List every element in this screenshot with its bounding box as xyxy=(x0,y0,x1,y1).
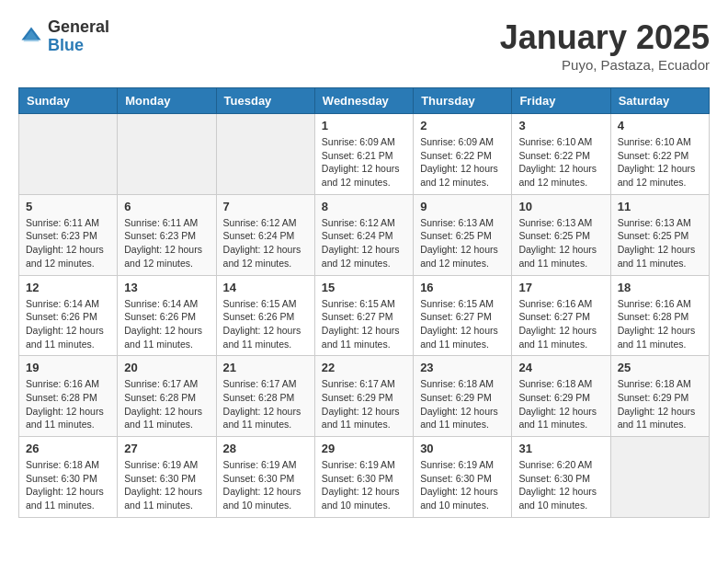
day-number: 4 xyxy=(618,119,702,132)
day-info: Sunrise: 6:13 AM Sunset: 6:25 PM Dayligh… xyxy=(420,216,505,270)
calendar-day-cell: 27Sunrise: 6:19 AM Sunset: 6:30 PM Dayli… xyxy=(118,437,216,518)
day-of-week-header: Friday xyxy=(512,88,610,114)
calendar-day-cell xyxy=(216,114,314,195)
logo-icon xyxy=(18,24,44,50)
day-info: Sunrise: 6:19 AM Sunset: 6:30 PM Dayligh… xyxy=(420,458,505,512)
title-block: January 2025 Puyo, Pastaza, Ecuador xyxy=(500,18,710,73)
calendar-day-cell: 8Sunrise: 6:12 AM Sunset: 6:24 PM Daylig… xyxy=(314,194,413,275)
day-info: Sunrise: 6:13 AM Sunset: 6:25 PM Dayligh… xyxy=(518,216,603,270)
calendar-table: SundayMondayTuesdayWednesdayThursdayFrid… xyxy=(18,87,710,518)
calendar-day-cell: 11Sunrise: 6:13 AM Sunset: 6:25 PM Dayli… xyxy=(610,194,709,275)
calendar-day-cell: 2Sunrise: 6:09 AM Sunset: 6:22 PM Daylig… xyxy=(414,114,512,195)
day-info: Sunrise: 6:15 AM Sunset: 6:26 PM Dayligh… xyxy=(223,297,308,351)
day-number: 27 xyxy=(124,442,209,455)
calendar-day-cell: 4Sunrise: 6:10 AM Sunset: 6:22 PM Daylig… xyxy=(610,114,709,195)
day-info: Sunrise: 6:11 AM Sunset: 6:23 PM Dayligh… xyxy=(124,216,209,270)
calendar-day-cell: 14Sunrise: 6:15 AM Sunset: 6:26 PM Dayli… xyxy=(216,275,314,356)
calendar-week-row: 26Sunrise: 6:18 AM Sunset: 6:30 PM Dayli… xyxy=(19,437,710,518)
day-info: Sunrise: 6:16 AM Sunset: 6:28 PM Dayligh… xyxy=(26,377,110,431)
day-number: 26 xyxy=(26,442,110,455)
day-info: Sunrise: 6:10 AM Sunset: 6:22 PM Dayligh… xyxy=(518,135,603,190)
calendar-day-cell: 3Sunrise: 6:10 AM Sunset: 6:22 PM Daylig… xyxy=(512,114,610,195)
calendar-day-cell: 23Sunrise: 6:18 AM Sunset: 6:29 PM Dayli… xyxy=(414,356,512,437)
day-info: Sunrise: 6:15 AM Sunset: 6:27 PM Dayligh… xyxy=(322,297,406,351)
day-info: Sunrise: 6:18 AM Sunset: 6:29 PM Dayligh… xyxy=(518,377,603,431)
day-info: Sunrise: 6:14 AM Sunset: 6:26 PM Dayligh… xyxy=(26,297,110,351)
calendar-day-cell: 5Sunrise: 6:11 AM Sunset: 6:23 PM Daylig… xyxy=(19,194,118,275)
day-info: Sunrise: 6:12 AM Sunset: 6:24 PM Dayligh… xyxy=(322,216,406,270)
day-number: 25 xyxy=(618,361,702,374)
day-info: Sunrise: 6:19 AM Sunset: 6:30 PM Dayligh… xyxy=(124,458,209,512)
day-info: Sunrise: 6:11 AM Sunset: 6:23 PM Dayligh… xyxy=(26,216,110,270)
calendar-day-cell: 20Sunrise: 6:17 AM Sunset: 6:28 PM Dayli… xyxy=(118,356,216,437)
calendar-day-cell: 29Sunrise: 6:19 AM Sunset: 6:30 PM Dayli… xyxy=(314,437,413,518)
location-text: Puyo, Pastaza, Ecuador xyxy=(500,57,710,73)
calendar-day-cell: 10Sunrise: 6:13 AM Sunset: 6:25 PM Dayli… xyxy=(512,194,610,275)
day-number: 29 xyxy=(322,442,406,455)
day-number: 14 xyxy=(223,281,308,294)
day-number: 18 xyxy=(618,281,702,294)
calendar-day-cell xyxy=(19,114,118,195)
day-info: Sunrise: 6:16 AM Sunset: 6:28 PM Dayligh… xyxy=(618,297,702,351)
day-info: Sunrise: 6:18 AM Sunset: 6:29 PM Dayligh… xyxy=(618,377,702,431)
calendar-day-cell: 13Sunrise: 6:14 AM Sunset: 6:26 PM Dayli… xyxy=(118,275,216,356)
logo-general-text: General xyxy=(48,18,109,37)
calendar-day-cell: 24Sunrise: 6:18 AM Sunset: 6:29 PM Dayli… xyxy=(512,356,610,437)
calendar-day-cell: 1Sunrise: 6:09 AM Sunset: 6:21 PM Daylig… xyxy=(314,114,413,195)
day-of-week-header: Thursday xyxy=(414,88,512,114)
day-info: Sunrise: 6:18 AM Sunset: 6:30 PM Dayligh… xyxy=(26,458,110,512)
calendar-day-cell: 15Sunrise: 6:15 AM Sunset: 6:27 PM Dayli… xyxy=(314,275,413,356)
day-number: 24 xyxy=(518,361,603,374)
day-number: 23 xyxy=(420,361,505,374)
day-number: 13 xyxy=(124,281,209,294)
day-of-week-header: Tuesday xyxy=(216,88,314,114)
logo: General Blue xyxy=(18,18,109,55)
day-number: 2 xyxy=(420,119,505,132)
day-info: Sunrise: 6:20 AM Sunset: 6:30 PM Dayligh… xyxy=(518,458,603,512)
day-number: 22 xyxy=(322,361,406,374)
day-info: Sunrise: 6:14 AM Sunset: 6:26 PM Dayligh… xyxy=(124,297,209,351)
day-info: Sunrise: 6:19 AM Sunset: 6:30 PM Dayligh… xyxy=(322,458,406,512)
day-number: 17 xyxy=(518,281,603,294)
calendar-week-row: 1Sunrise: 6:09 AM Sunset: 6:21 PM Daylig… xyxy=(19,114,710,195)
day-info: Sunrise: 6:10 AM Sunset: 6:22 PM Dayligh… xyxy=(618,135,702,190)
day-number: 11 xyxy=(618,200,702,213)
day-info: Sunrise: 6:16 AM Sunset: 6:27 PM Dayligh… xyxy=(518,297,603,351)
day-info: Sunrise: 6:17 AM Sunset: 6:28 PM Dayligh… xyxy=(223,377,308,431)
day-number: 10 xyxy=(518,200,603,213)
calendar-week-row: 12Sunrise: 6:14 AM Sunset: 6:26 PM Dayli… xyxy=(19,275,710,356)
day-number: 19 xyxy=(26,361,110,374)
day-info: Sunrise: 6:15 AM Sunset: 6:27 PM Dayligh… xyxy=(420,297,505,351)
day-number: 31 xyxy=(518,442,603,455)
month-title: January 2025 xyxy=(500,18,710,57)
calendar-day-cell: 28Sunrise: 6:19 AM Sunset: 6:30 PM Dayli… xyxy=(216,437,314,518)
calendar-day-cell: 25Sunrise: 6:18 AM Sunset: 6:29 PM Dayli… xyxy=(610,356,709,437)
calendar-week-row: 19Sunrise: 6:16 AM Sunset: 6:28 PM Dayli… xyxy=(19,356,710,437)
day-number: 5 xyxy=(26,200,110,213)
day-number: 8 xyxy=(322,200,406,213)
calendar-day-cell xyxy=(610,437,709,518)
calendar-day-cell: 19Sunrise: 6:16 AM Sunset: 6:28 PM Dayli… xyxy=(19,356,118,437)
day-number: 16 xyxy=(420,281,505,294)
calendar-day-cell: 12Sunrise: 6:14 AM Sunset: 6:26 PM Dayli… xyxy=(19,275,118,356)
calendar-week-row: 5Sunrise: 6:11 AM Sunset: 6:23 PM Daylig… xyxy=(19,194,710,275)
calendar-day-cell xyxy=(118,114,216,195)
day-info: Sunrise: 6:13 AM Sunset: 6:25 PM Dayligh… xyxy=(618,216,702,270)
calendar-day-cell: 31Sunrise: 6:20 AM Sunset: 6:30 PM Dayli… xyxy=(512,437,610,518)
day-number: 15 xyxy=(322,281,406,294)
day-number: 9 xyxy=(420,200,505,213)
day-info: Sunrise: 6:12 AM Sunset: 6:24 PM Dayligh… xyxy=(223,216,308,270)
logo-text: General Blue xyxy=(48,18,109,55)
calendar-day-cell: 22Sunrise: 6:17 AM Sunset: 6:29 PM Dayli… xyxy=(314,356,413,437)
day-of-week-header: Wednesday xyxy=(314,88,413,114)
day-of-week-header: Sunday xyxy=(19,88,118,114)
day-number: 3 xyxy=(518,119,603,132)
calendar-day-cell: 17Sunrise: 6:16 AM Sunset: 6:27 PM Dayli… xyxy=(512,275,610,356)
calendar-day-cell: 21Sunrise: 6:17 AM Sunset: 6:28 PM Dayli… xyxy=(216,356,314,437)
day-number: 1 xyxy=(322,119,406,132)
day-info: Sunrise: 6:19 AM Sunset: 6:30 PM Dayligh… xyxy=(223,458,308,512)
day-number: 30 xyxy=(420,442,505,455)
day-number: 12 xyxy=(26,281,110,294)
day-of-week-header: Saturday xyxy=(610,88,709,114)
logo-blue-text: Blue xyxy=(48,37,109,55)
